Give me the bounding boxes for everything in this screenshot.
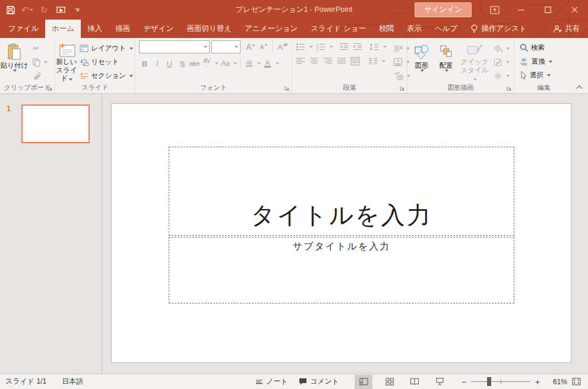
share-button[interactable]: 共有 (545, 20, 588, 38)
find-button[interactable]: 検索 (518, 41, 574, 55)
align-right-button[interactable] (322, 55, 334, 67)
increase-indent-button[interactable] (352, 41, 363, 53)
maximize-button[interactable] (535, 0, 561, 20)
cut-button[interactable]: ✂ (31, 42, 49, 55)
font-size-combo[interactable] (211, 40, 241, 53)
paragraph-dialog-launcher[interactable] (400, 86, 405, 91)
italic-button[interactable]: I (151, 58, 163, 70)
zoom-slider-thumb[interactable] (487, 377, 491, 386)
collapse-ribbon-icon[interactable] (576, 85, 583, 89)
change-case-button[interactable]: Aa (220, 58, 231, 70)
shape-fill-button[interactable] (492, 42, 511, 55)
language-indicator[interactable]: 日本語 (62, 377, 83, 387)
tab-help[interactable]: ヘルプ (428, 20, 464, 38)
arrange-button[interactable]: 配置 (434, 40, 459, 83)
drawing-dialog-launcher[interactable] (507, 86, 512, 91)
tab-review[interactable]: 校閲 (372, 20, 400, 38)
normal-view-button[interactable] (355, 375, 372, 389)
tab-home[interactable]: ホーム (45, 20, 81, 38)
clear-formatting-button[interactable]: A (277, 41, 288, 53)
notes-button[interactable]: ノート (255, 377, 288, 387)
zoom-level[interactable]: 61% (546, 378, 567, 386)
font-dialog-launcher[interactable] (284, 86, 290, 91)
new-slide-icon (58, 42, 75, 58)
select-button[interactable]: 選択 (518, 68, 574, 82)
format-painter-button[interactable] (31, 69, 49, 83)
zoom-out-button[interactable]: − (458, 375, 470, 389)
tab-file[interactable]: ファイル (2, 20, 45, 38)
slide-canvas[interactable]: タイトルを入力 サブタイトルを入力 (111, 103, 571, 363)
zoom-in-button[interactable]: + (532, 375, 543, 389)
layout-button[interactable]: レイアウト (78, 42, 135, 55)
slide-number: 1 (7, 104, 11, 113)
reset-button[interactable]: リセット (78, 55, 135, 69)
slide-thumbnail[interactable] (21, 105, 90, 143)
scissors-icon: ✂ (33, 44, 39, 53)
tab-slideshow[interactable]: スライド ショー (304, 20, 372, 38)
zoom-slider[interactable] (471, 381, 530, 382)
quick-styles-button[interactable]: クイック スタイル (459, 40, 491, 83)
reading-view-button[interactable] (406, 375, 423, 389)
line-spacing-button[interactable] (368, 41, 380, 53)
quick-styles-icon (466, 42, 483, 58)
section-button[interactable]: セクション (78, 69, 135, 83)
text-shadow-button[interactable]: S (176, 58, 188, 70)
tab-transitions[interactable]: 画面切り替え (180, 20, 238, 38)
comments-button[interactable]: コメント (299, 377, 339, 387)
align-left-button[interactable] (295, 55, 306, 67)
character-spacing-button[interactable]: AV↔ (201, 58, 213, 70)
font-name-combo[interactable] (139, 40, 210, 53)
clipboard-dialog-launcher[interactable] (48, 86, 53, 91)
replace-button[interactable]: ab ac 置換 (518, 55, 574, 68)
shapes-button[interactable]: 図形 (410, 40, 434, 83)
search-icon (520, 43, 529, 52)
shrink-font-button[interactable]: A▾ (258, 41, 269, 53)
shape-effects-button[interactable] (492, 69, 511, 83)
title-placeholder[interactable]: タイトルを入力 (169, 147, 514, 236)
shapes-icon (414, 42, 429, 61)
ribbon-tab-bar: ファイル ホーム 挿入 描画 デザイン 画面切り替え アニメーション スライド … (0, 20, 588, 38)
tab-draw[interactable]: 描画 (109, 20, 137, 38)
strikethrough-button[interactable]: abc (189, 58, 200, 70)
tab-design[interactable]: デザイン (137, 20, 180, 38)
fit-to-window-button[interactable] (572, 378, 583, 385)
new-slide-button[interactable]: 新しい スライド (55, 40, 78, 83)
tab-insert[interactable]: 挿入 (81, 20, 109, 38)
tab-animations[interactable]: アニメーション (238, 20, 304, 38)
signin-button[interactable]: サインイン (415, 2, 472, 17)
subtitle-placeholder[interactable]: サブタイトルを入力 (169, 237, 514, 303)
ribbon-display-options-icon[interactable] (481, 0, 508, 20)
tab-view[interactable]: 表示 (400, 20, 428, 38)
slide-sorter-view-button[interactable] (381, 375, 399, 389)
minimize-button[interactable] (508, 0, 535, 20)
distribute-button[interactable] (349, 55, 361, 67)
columns-button[interactable] (367, 55, 379, 67)
subtitle-placeholder-text: サブタイトルを入力 (293, 241, 391, 251)
slide-thumbnail-panel[interactable]: 1 (0, 94, 102, 374)
numbering-button[interactable] (315, 41, 327, 53)
editing-group: 検索 ab ac 置換 選択 編集 (514, 38, 574, 93)
bullets-button[interactable] (295, 41, 306, 53)
cursor-arrow-icon (520, 71, 527, 80)
svg-text:ac: ac (523, 62, 527, 66)
font-group: A▴ A▾ A B I U S abc AV↔ A (135, 38, 292, 93)
font-color-button[interactable]: A (262, 58, 273, 70)
highlight-button[interactable]: ab (244, 58, 255, 70)
grow-font-button[interactable]: A▴ (245, 41, 256, 53)
copy-button[interactable] (31, 55, 49, 69)
decrease-indent-button[interactable] (338, 41, 350, 53)
section-icon (80, 72, 88, 80)
close-button[interactable] (561, 0, 588, 20)
format-painter-icon (33, 72, 41, 80)
notes-icon (255, 378, 263, 385)
justify-button[interactable] (336, 55, 347, 67)
copy-icon (33, 58, 40, 67)
slideshow-view-button[interactable] (431, 375, 448, 389)
titlebar: ↶ ↻ プレゼンテーション1 - PowerPoint サインイン (0, 0, 588, 20)
tab-tell-me[interactable]: 操作アシスト (464, 20, 533, 38)
underline-button[interactable]: U (164, 58, 175, 70)
paste-button[interactable]: 貼り付け (0, 40, 29, 83)
bold-button[interactable]: B (139, 58, 150, 70)
shape-outline-button[interactable] (492, 55, 511, 69)
align-center-button[interactable] (308, 55, 320, 67)
